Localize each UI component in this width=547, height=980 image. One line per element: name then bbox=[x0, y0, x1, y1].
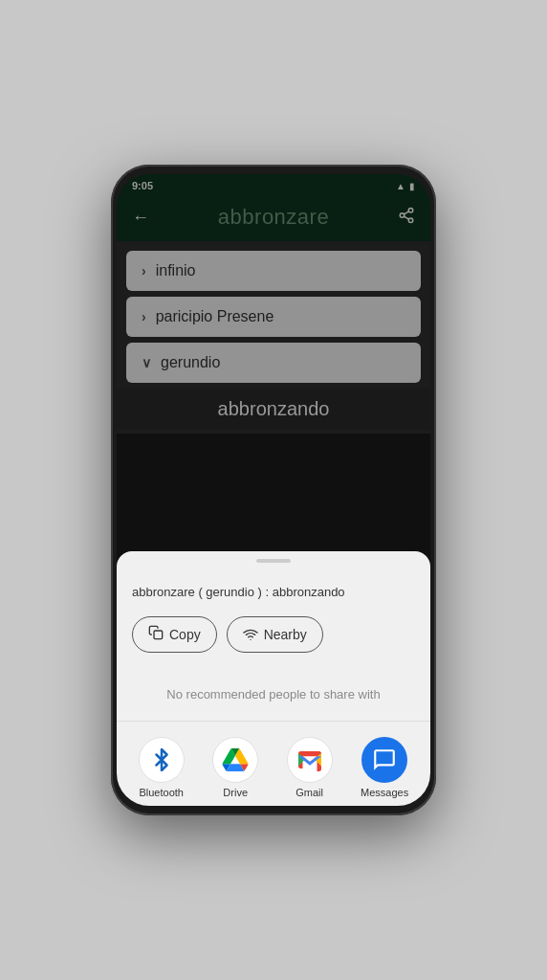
copy-button[interactable]: Copy bbox=[132, 616, 217, 653]
drive-icon bbox=[212, 737, 258, 783]
svg-rect-5 bbox=[154, 631, 163, 639]
nearby-button[interactable]: Nearby bbox=[227, 616, 323, 653]
nearby-label: Nearby bbox=[264, 627, 307, 642]
copy-icon bbox=[148, 625, 164, 644]
app-item-gmail[interactable]: Gmail bbox=[287, 737, 333, 798]
nearby-icon bbox=[243, 627, 258, 642]
app-item-messages[interactable]: Messages bbox=[361, 737, 408, 798]
share-actions: Copy Nearby bbox=[117, 605, 430, 664]
copy-label: Copy bbox=[169, 627, 201, 642]
apps-row: Bluetooth Drive bbox=[117, 722, 430, 806]
share-text-content: abbronzare ( gerundio ) : abbronzando bbox=[117, 574, 430, 605]
no-people-text: No recommended people to share with bbox=[117, 664, 430, 721]
app-item-drive[interactable]: Drive bbox=[212, 737, 258, 798]
bottom-sheet: abbronzare ( gerundio ) : abbronzando Co… bbox=[117, 551, 430, 806]
phone-frame: 9:05 ▲ ▮ ← abbronzare › infinio bbox=[111, 165, 436, 815]
gmail-icon bbox=[287, 737, 333, 783]
drive-label: Drive bbox=[223, 787, 248, 798]
messages-label: Messages bbox=[361, 787, 408, 798]
sheet-handle bbox=[256, 559, 291, 563]
messages-icon bbox=[361, 737, 407, 783]
gmail-label: Gmail bbox=[295, 787, 323, 798]
app-item-bluetooth[interactable]: Bluetooth bbox=[139, 737, 185, 798]
phone-screen: 9:05 ▲ ▮ ← abbronzare › infinio bbox=[117, 174, 430, 806]
bluetooth-label: Bluetooth bbox=[139, 787, 183, 798]
bluetooth-icon bbox=[139, 737, 185, 783]
